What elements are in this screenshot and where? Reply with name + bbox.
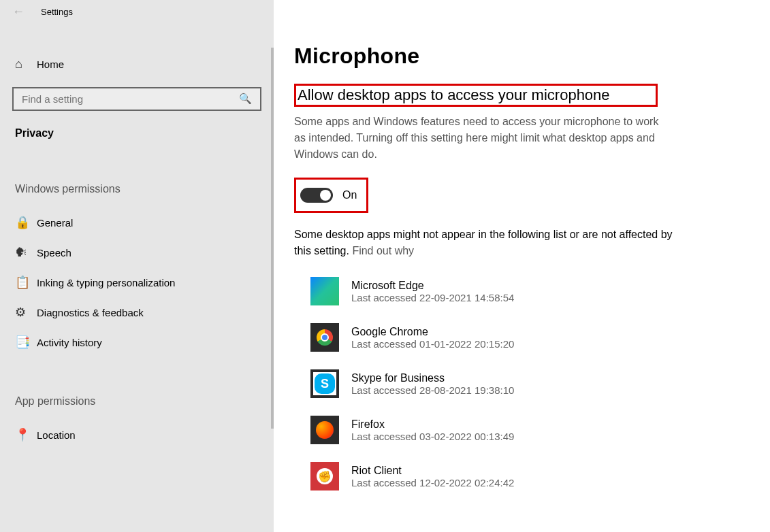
location-icon: 📍 (15, 427, 37, 442)
sidebar-item-location[interactable]: 📍Location (0, 420, 274, 450)
app-last-accessed: Last accessed 22-09-2021 14:58:54 (351, 292, 514, 303)
app-icon: S (310, 369, 339, 398)
list-item: Microsoft EdgeLast accessed 22-09-2021 1… (310, 277, 750, 305)
sidebar-item-label: General (37, 217, 73, 229)
sidebar-current: Privacy (0, 114, 274, 145)
app-name: Riot Client (351, 465, 514, 477)
diagnostics-icon: ⚙ (15, 305, 37, 320)
find-out-why-link[interactable]: Find out why (352, 245, 414, 256)
sidebar: ← Settings ⌂ Home 🔍 Privacy Windows perm… (0, 0, 274, 532)
list-item: ✊Riot ClientLast accessed 12-02-2022 02:… (310, 462, 750, 491)
main-panel: Microphone Allow desktop apps to access … (274, 0, 770, 532)
sidebar-item-general[interactable]: 🔒General (0, 207, 274, 237)
sidebar-item-diagnostics-feedback[interactable]: ⚙Diagnostics & feedback (0, 297, 274, 327)
sub-heading: Allow desktop apps to access your microp… (296, 86, 656, 105)
back-icon[interactable]: ← (12, 5, 25, 19)
list-item: FirefoxLast accessed 03-02-2022 00:13:49 (310, 416, 750, 444)
speech-icon: 🗣 (15, 246, 37, 260)
search-input[interactable] (12, 87, 261, 111)
app-name: Firefox (351, 418, 514, 431)
description-text: Some apps and Windows features need to a… (294, 114, 673, 163)
scrollbar[interactable] (271, 48, 274, 429)
highlight-subheading: Allow desktop apps to access your microp… (294, 84, 658, 107)
sidebar-item-label: Speech (37, 247, 71, 259)
app-last-accessed: Last accessed 03-02-2022 00:13:49 (351, 431, 514, 442)
sidebar-item-label: Location (37, 429, 76, 441)
sidebar-item-label: Activity history (37, 337, 102, 348)
inking-icon: 📋 (15, 275, 37, 290)
sidebar-item-inking-typing-personalization[interactable]: 📋Inking & typing personalization (0, 267, 274, 297)
sidebar-item-label: Diagnostics & feedback (37, 307, 144, 318)
page-title: Microphone (294, 44, 750, 69)
titlebar: ← Settings (0, 0, 274, 23)
history-icon: 📑 (15, 335, 37, 350)
app-name: Microsoft Edge (351, 280, 514, 292)
note-body: Some desktop apps might not appear in th… (294, 229, 673, 256)
window-title: Settings (41, 7, 73, 17)
sidebar-item-activity-history[interactable]: 📑Activity history (0, 327, 274, 357)
sidebar-item-home[interactable]: ⌂ Home (0, 49, 274, 79)
app-icon (310, 416, 339, 444)
app-icon: ✊ (310, 462, 339, 491)
desktop-apps-list: Microsoft EdgeLast accessed 22-09-2021 1… (294, 277, 750, 491)
microphone-access-toggle[interactable] (300, 188, 333, 203)
sidebar-item-label: Inking & typing personalization (37, 277, 175, 288)
app-name: Google Chrome (351, 326, 514, 338)
highlight-toggle: On (294, 178, 368, 213)
app-name: Skype for Business (351, 372, 514, 384)
app-icon (310, 323, 339, 352)
sidebar-item-speech[interactable]: 🗣Speech (0, 237, 274, 267)
sidebar-section-windows-permissions: Windows permissions (0, 145, 274, 207)
list-item: Google ChromeLast accessed 01-01-2022 20… (310, 323, 750, 352)
toggle-label: On (342, 189, 357, 201)
app-last-accessed: Last accessed 12-02-2022 02:24:42 (351, 477, 514, 488)
sidebar-item-label: Home (37, 59, 64, 70)
note-text: Some desktop apps might not appear in th… (294, 227, 675, 259)
list-item: SSkype for BusinessLast accessed 28-08-2… (310, 369, 750, 398)
search-wrap: 🔍 (0, 79, 274, 114)
app-last-accessed: Last accessed 01-01-2022 20:15:20 (351, 338, 514, 350)
home-icon: ⌂ (15, 57, 37, 71)
app-last-accessed: Last accessed 28-08-2021 19:38:10 (351, 384, 514, 396)
app-icon (310, 277, 339, 305)
sidebar-section-app-permissions: App permissions (0, 357, 274, 420)
lock-icon: 🔒 (15, 215, 37, 230)
